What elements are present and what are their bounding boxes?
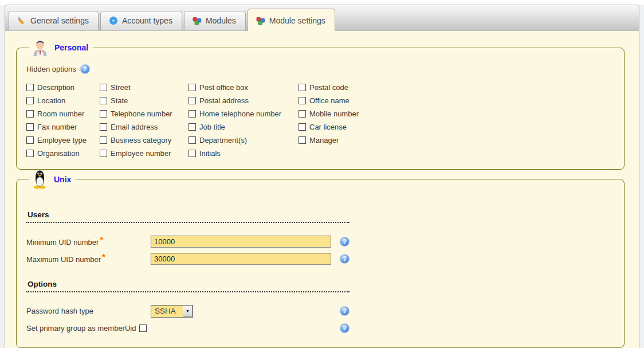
hidden-option-checkbox[interactable]	[26, 150, 34, 157]
hidden-option-label: Employee number	[111, 149, 171, 158]
users-heading: Users	[26, 210, 350, 223]
hidden-option-state: State	[100, 94, 189, 107]
help-icon[interactable]: ?	[340, 237, 350, 247]
hidden-option-checkbox[interactable]	[100, 150, 107, 157]
hidden-option-checkbox[interactable]	[26, 136, 34, 144]
password-hash-value: SSHA	[151, 306, 183, 317]
hidden-option-label: Room number	[37, 110, 84, 118]
password-hash-select[interactable]: SSHA ▼	[151, 305, 193, 318]
hidden-option-checkbox[interactable]	[26, 110, 34, 118]
minimum-uid-input[interactable]	[151, 236, 331, 248]
hidden-option-checkbox[interactable]	[299, 123, 306, 131]
hidden-option-label: State	[111, 96, 128, 105]
chevron-down-icon[interactable]: ▼	[183, 306, 193, 317]
hidden-option-checkbox[interactable]	[26, 84, 34, 91]
hidden-option-checkbox[interactable]	[100, 110, 107, 118]
unix-legend: Unix	[29, 170, 76, 189]
wrench-icon	[17, 16, 26, 25]
uid-field-row: Maximum UID number*?	[26, 252, 350, 266]
hidden-option-checkbox[interactable]	[189, 84, 196, 91]
hidden-option-fax-number: Fax number	[26, 120, 100, 134]
hidden-option-label: Description	[37, 83, 74, 92]
hidden-option-employee-type: Employee type	[26, 134, 100, 147]
hidden-option-organisation: Organisation	[26, 147, 100, 160]
hidden-option-car-license: Car license	[299, 120, 390, 134]
hidden-option-label: Employee type	[37, 136, 87, 144]
hidden-option-checkbox[interactable]	[189, 123, 196, 131]
uid-fields: Minimum UID number*?Maximum UID number*?	[26, 234, 618, 266]
tab-general-settings[interactable]: General settings	[9, 11, 99, 30]
hidden-option-label: Manager	[309, 136, 339, 144]
hidden-option-job-title: Job title	[189, 120, 299, 134]
hidden-option-checkbox[interactable]	[189, 97, 196, 104]
hidden-options-row: Hidden options ?	[26, 64, 618, 74]
empty-cell	[299, 147, 390, 160]
hidden-option-label: Initials	[199, 149, 221, 158]
help-icon[interactable]: ?	[80, 64, 90, 74]
hidden-option-checkbox[interactable]	[100, 136, 107, 144]
hidden-option-email-address: Email address	[100, 120, 189, 134]
hidden-option-checkbox[interactable]	[189, 150, 196, 157]
password-hash-label: Password hash type	[26, 307, 151, 315]
hidden-option-checkbox[interactable]	[189, 136, 196, 144]
hidden-options-grid: DescriptionStreetPost office boxPostal c…	[26, 81, 427, 160]
hidden-option-label: Organisation	[37, 149, 80, 158]
uid-field-row: Minimum UID number*?	[26, 234, 350, 249]
tab-modules[interactable]: Modules	[184, 11, 246, 30]
unix-section: Unix Users Minimum UID number*?Maximum U…	[16, 170, 625, 348]
modules-icon	[256, 16, 265, 25]
tux-icon	[32, 170, 48, 189]
hidden-option-postal-code: Postal code	[299, 81, 390, 94]
maximum-uid-input[interactable]	[151, 253, 331, 265]
hidden-option-checkbox[interactable]	[26, 123, 34, 131]
hidden-option-label: Department(s)	[199, 136, 247, 144]
hidden-option-description: Description	[26, 81, 100, 94]
tab-module-settings[interactable]: Module settings	[248, 9, 335, 31]
hidden-option-label: Office name	[309, 96, 350, 105]
hidden-option-label: Telephone number	[111, 110, 172, 118]
hidden-option-label: Post office box	[199, 83, 248, 92]
hidden-option-post-office-box: Post office box	[189, 81, 299, 94]
tab-label: Account types	[122, 16, 172, 25]
hidden-option-checkbox[interactable]	[100, 123, 107, 131]
required-asterisk: *	[100, 234, 103, 244]
hidden-option-manager: Manager	[299, 134, 390, 147]
person-icon	[32, 39, 48, 56]
help-icon[interactable]: ?	[340, 323, 350, 333]
field-label: Maximum UID number*	[26, 254, 151, 264]
help-icon[interactable]: ?	[340, 254, 350, 264]
hidden-option-checkbox[interactable]	[100, 84, 107, 91]
personal-title: Personal	[54, 43, 88, 52]
hidden-option-checkbox[interactable]	[100, 97, 107, 104]
help-icon[interactable]: ?	[340, 306, 350, 316]
tab-label: General settings	[30, 16, 89, 25]
hidden-option-label: Postal address	[199, 96, 249, 105]
member-uid-checkbox[interactable]	[139, 324, 147, 332]
hidden-option-initials: Initials	[189, 147, 299, 160]
personal-legend: Personal	[29, 39, 93, 56]
field-label: Minimum UID number*	[26, 237, 151, 247]
hidden-option-telephone-number: Telephone number	[100, 107, 189, 120]
hidden-option-mobile-number: Mobile number	[299, 107, 390, 120]
tab-label: Modules	[206, 16, 236, 25]
hidden-option-employee-number: Employee number	[100, 147, 189, 160]
hidden-option-label: Home telephone number	[199, 110, 281, 118]
hidden-option-label: Street	[111, 83, 131, 92]
member-uid-row: Set primary group as memberUid ?	[26, 321, 350, 335]
hidden-option-postal-address: Postal address	[189, 94, 299, 107]
hidden-option-label: Location	[37, 96, 65, 105]
hidden-option-label: Postal code	[309, 83, 348, 92]
tab-account-types[interactable]: Account types	[100, 11, 182, 30]
hidden-option-checkbox[interactable]	[299, 84, 306, 91]
hidden-option-checkbox[interactable]	[299, 97, 306, 104]
hidden-option-checkbox[interactable]	[26, 97, 34, 104]
hidden-option-checkbox[interactable]	[189, 110, 196, 118]
gear-icon	[109, 16, 118, 25]
hidden-option-checkbox[interactable]	[299, 110, 306, 118]
modules-icon	[193, 16, 202, 25]
hidden-option-checkbox[interactable]	[299, 136, 306, 144]
unix-title: Unix	[54, 175, 71, 184]
hidden-option-home-telephone-number: Home telephone number	[189, 107, 299, 120]
hidden-option-business-category: Business category	[100, 134, 189, 147]
hidden-option-department-s-: Department(s)	[189, 134, 299, 147]
